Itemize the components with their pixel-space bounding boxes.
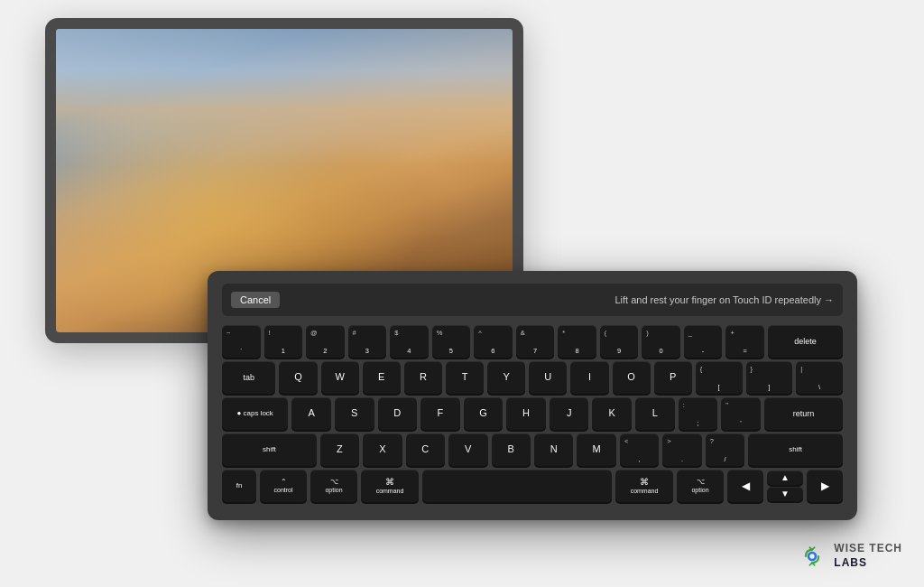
key-quote[interactable]: " ' bbox=[721, 397, 761, 430]
key-return[interactable]: return bbox=[764, 397, 843, 430]
key-6[interactable]: ^ 6 bbox=[474, 325, 513, 358]
key-b[interactable]: B bbox=[492, 433, 531, 466]
brand-name: WISE TECH LABS bbox=[834, 542, 902, 570]
key-y[interactable]: Y bbox=[487, 361, 525, 394]
key-3[interactable]: # 3 bbox=[348, 325, 387, 358]
key-f[interactable]: F bbox=[420, 397, 460, 430]
key-control[interactable]: ⌃ control bbox=[260, 470, 307, 502]
key-9[interactable]: ( 9 bbox=[600, 325, 639, 358]
key-w[interactable]: W bbox=[321, 361, 359, 394]
key-comma[interactable]: < , bbox=[620, 433, 659, 466]
key-period[interactable]: > . bbox=[662, 433, 701, 466]
key-a[interactable]: A bbox=[291, 397, 331, 430]
key-p[interactable]: P bbox=[654, 361, 692, 394]
key-arrow-left[interactable]: ◀ bbox=[727, 470, 763, 502]
key-slash[interactable]: ? / bbox=[706, 433, 744, 466]
key-fn[interactable]: fn bbox=[222, 470, 256, 502]
brand-name-line1: WISE TECH bbox=[834, 542, 902, 556]
key-command-right[interactable]: ⌘ command bbox=[615, 470, 673, 502]
key-x[interactable]: X bbox=[363, 433, 402, 466]
key-tab[interactable]: tab bbox=[222, 361, 275, 394]
key-command-left[interactable]: ⌘ command bbox=[361, 470, 419, 502]
key-tilde[interactable]: ~ ` bbox=[222, 325, 261, 358]
fn-row: fn ⌃ control ⌥ option ⌘ command ⌘ comman… bbox=[222, 470, 843, 502]
key-option-right[interactable]: ⌥ option bbox=[677, 470, 724, 502]
key-j[interactable]: J bbox=[550, 397, 589, 430]
key-semicolon[interactable]: : ; bbox=[679, 397, 718, 430]
key-z[interactable]: Z bbox=[320, 433, 359, 466]
branding: WISE TECH LABS bbox=[798, 542, 902, 571]
key-l[interactable]: L bbox=[635, 397, 675, 430]
key-5[interactable]: % 5 bbox=[432, 325, 471, 358]
key-s[interactable]: S bbox=[335, 397, 374, 430]
key-close-bracket[interactable]: } ] bbox=[746, 361, 793, 394]
key-backslash[interactable]: | \ bbox=[796, 361, 843, 394]
svg-point-1 bbox=[810, 554, 815, 558]
key-o[interactable]: O bbox=[613, 361, 651, 394]
key-option-left[interactable]: ⌥ option bbox=[310, 470, 357, 502]
key-c[interactable]: C bbox=[406, 433, 445, 466]
bottom-row: shift Z X C V B N M < , > . ? / shift bbox=[222, 433, 843, 466]
wise-tech-labs-logo bbox=[798, 542, 827, 571]
key-e[interactable]: E bbox=[363, 361, 401, 394]
key-i[interactable]: I bbox=[570, 361, 608, 394]
home-row: ● caps lock A S D F G H J K L : ; " ' re… bbox=[222, 397, 843, 430]
key-q[interactable]: Q bbox=[279, 361, 317, 394]
cancel-button[interactable]: Cancel bbox=[231, 292, 280, 308]
key-shift-left[interactable]: shift bbox=[222, 433, 317, 466]
key-0[interactable]: ) 0 bbox=[642, 325, 680, 358]
arrow-up-down: ▲ ▼ bbox=[767, 471, 803, 501]
qwerty-row: tab Q W E R T Y U I O P { [ } ] | \ bbox=[222, 361, 843, 394]
key-2[interactable]: @ 2 bbox=[306, 325, 345, 358]
key-arrow-down[interactable]: ▼ bbox=[767, 487, 803, 501]
key-u[interactable]: U bbox=[529, 361, 567, 394]
key-arrow-right[interactable]: ▶ bbox=[807, 470, 843, 502]
touch-id-label: Lift and rest your finger on Touch ID re… bbox=[614, 294, 834, 305]
key-r[interactable]: R bbox=[404, 361, 442, 394]
key-open-bracket[interactable]: { [ bbox=[696, 361, 743, 394]
key-4[interactable]: $ 4 bbox=[390, 325, 429, 358]
key-k[interactable]: K bbox=[592, 397, 632, 430]
key-v[interactable]: V bbox=[448, 433, 487, 466]
key-minus[interactable]: _ - bbox=[684, 325, 723, 358]
key-d[interactable]: D bbox=[378, 397, 418, 430]
arrow-cluster: ◀ ▲ ▼ ▶ bbox=[727, 470, 843, 502]
key-shift-right[interactable]: shift bbox=[748, 433, 843, 466]
key-g[interactable]: G bbox=[464, 397, 504, 430]
key-arrow-up[interactable]: ▲ bbox=[767, 471, 803, 485]
key-n[interactable]: N bbox=[534, 433, 573, 466]
key-space[interactable] bbox=[422, 470, 612, 502]
touch-bar: Cancel Lift and rest your finger on Touc… bbox=[222, 284, 843, 316]
keyboard: Cancel Lift and rest your finger on Touc… bbox=[208, 271, 857, 520]
key-m[interactable]: M bbox=[577, 433, 615, 466]
key-equal[interactable]: + = bbox=[725, 325, 764, 358]
key-t[interactable]: T bbox=[446, 361, 484, 394]
key-1[interactable]: ! 1 bbox=[264, 325, 303, 358]
key-h[interactable]: H bbox=[506, 397, 546, 430]
number-row: ~ ` ! 1 @ 2 # 3 $ 4 % 5 ^ 6 & 7 bbox=[222, 325, 843, 358]
brand-name-line2: LABS bbox=[834, 556, 902, 571]
key-delete[interactable]: delete bbox=[768, 325, 843, 358]
key-caps-lock[interactable]: ● caps lock bbox=[222, 397, 288, 430]
key-8[interactable]: * 8 bbox=[558, 325, 596, 358]
key-7[interactable]: & 7 bbox=[516, 325, 555, 358]
